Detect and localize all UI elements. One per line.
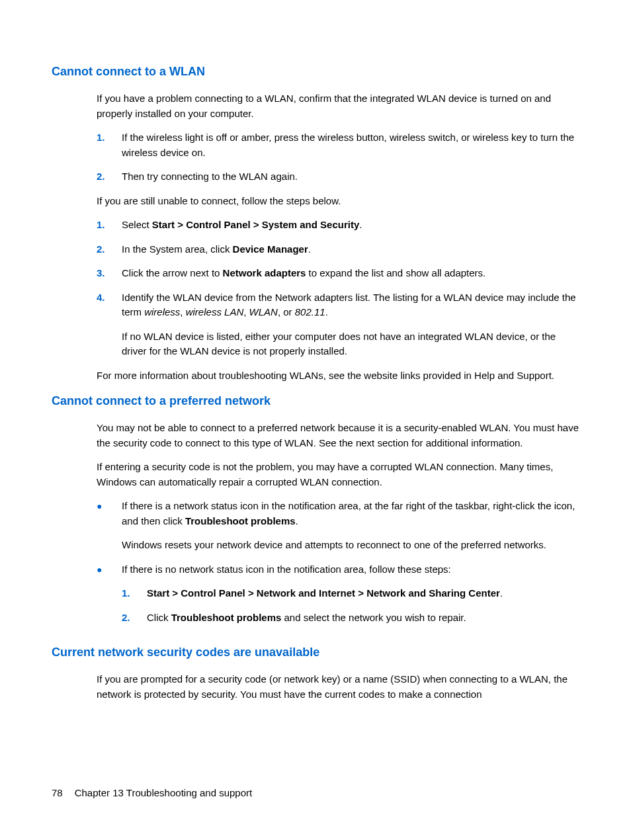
section-content: If you have a problem connecting to a WL…: [52, 91, 579, 383]
section-heading-security-codes: Current network security codes are unava…: [52, 644, 579, 661]
numbered-list: 1. If the wireless light is off or amber…: [97, 130, 579, 185]
paragraph: If you are still unable to connect, foll…: [97, 194, 579, 209]
list-item: 2. In the System area, click Device Mana…: [97, 242, 579, 257]
list-item-text: Click the arrow next to Network adapters…: [122, 266, 579, 281]
list-item-text: In the System area, click Device Manager…: [122, 242, 579, 257]
list-item-text: If there is a network status icon in the…: [122, 499, 579, 553]
page-number: 78: [52, 787, 63, 798]
list-item: 4. Identify the WLAN device from the Net…: [97, 290, 579, 359]
section-heading-preferred: Cannot connect to a preferred network: [52, 392, 579, 410]
list-item: 1. If the wireless light is off or amber…: [97, 130, 579, 160]
list-item: 3. Click the arrow next to Network adapt…: [97, 266, 579, 281]
list-item-text: Start > Control Panel > Network and Inte…: [147, 586, 579, 601]
list-item-text: Click Troubleshoot problems and select t…: [147, 610, 579, 626]
list-number: 1.: [97, 218, 122, 233]
bullet-list: ● If there is a network status icon in t…: [97, 499, 579, 634]
list-item-text: Select Start > Control Panel > System an…: [122, 218, 579, 233]
paragraph: For more information about troubleshooti…: [97, 368, 579, 384]
list-number: 1.: [122, 586, 147, 601]
list-item: 1. Select Start > Control Panel > System…: [97, 218, 579, 233]
list-number: 2.: [122, 610, 147, 626]
list-number: 3.: [97, 266, 122, 281]
list-item: 2. Click Troubleshoot problems and selec…: [122, 610, 579, 626]
list-item: 2. Then try connecting to the WLAN again…: [97, 169, 579, 185]
numbered-list: 1. Select Start > Control Panel > System…: [97, 218, 579, 359]
nested-numbered-list: 1. Start > Control Panel > Network and I…: [122, 586, 579, 625]
bullet-icon: ●: [97, 562, 122, 635]
paragraph: If you have a problem connecting to a WL…: [97, 91, 579, 121]
list-item: ● If there is no network status icon in …: [97, 562, 579, 635]
list-number: 2.: [97, 169, 122, 185]
list-item-text: Then try connecting to the WLAN again.: [122, 169, 579, 185]
list-number: 1.: [97, 130, 122, 160]
paragraph: You may not be able to connect to a pref…: [97, 421, 579, 450]
paragraph: If you are prompted for a security code …: [97, 672, 579, 702]
section-content: If you are prompted for a security code …: [52, 672, 579, 702]
section-heading-wlan: Cannot connect to a WLAN: [52, 63, 579, 81]
list-number: 2.: [97, 242, 122, 257]
page-footer: 78Chapter 13 Troubleshooting and support: [52, 786, 252, 801]
list-item: ● If there is a network status icon in t…: [97, 499, 579, 553]
chapter-label: Chapter 13 Troubleshooting and support: [75, 787, 253, 798]
list-item: 1. Start > Control Panel > Network and I…: [122, 586, 579, 601]
section-content: You may not be able to connect to a pref…: [52, 421, 579, 634]
list-number: 4.: [97, 290, 122, 359]
bullet-icon: ●: [97, 499, 122, 553]
list-item-text: If the wireless light is off or amber, p…: [122, 130, 579, 160]
list-item-text: Identify the WLAN device from the Networ…: [122, 290, 579, 359]
paragraph: If entering a security code is not the p…: [97, 460, 579, 489]
list-item-text: If there is no network status icon in th…: [122, 562, 579, 635]
